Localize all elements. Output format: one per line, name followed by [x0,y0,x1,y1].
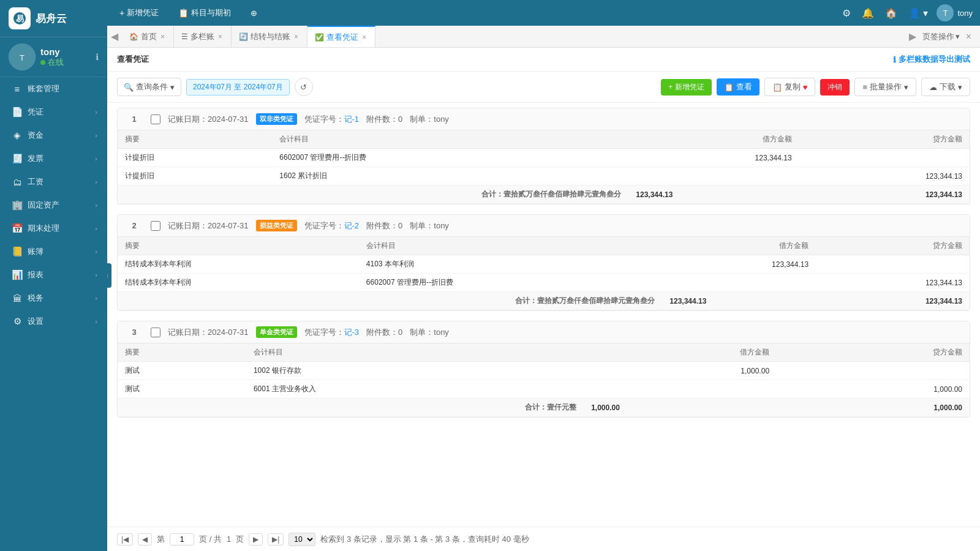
tabs-next-button[interactable]: ▶ [905,31,920,42]
user-info: tony 在线 [40,47,91,68]
home-icon[interactable]: 🏠 [883,5,900,21]
app-name: 易舟云 [36,12,67,26]
date-range-badge[interactable]: 2024年07月 至 2024年07月 [186,79,290,96]
batch-ops-button[interactable]: ≡ 批量操作 ▾ [854,78,916,96]
prev-page-button[interactable]: ◀ [138,533,152,545]
tabs-bar: ◀ 🏠 首页 × ☰ 多栏账 × 🔄 结转与结账 × ✅ [107,26,980,48]
chevron-right-icon: › [95,132,97,139]
tab-carry-over[interactable]: 🔄 结转与结账 × [232,26,307,47]
subject-header: 会计科目 [246,343,584,362]
voucher-attachment: 附件数：0 [366,114,402,125]
last-page-button[interactable]: ▶| [268,533,284,545]
settings-icon[interactable]: ⚙ [840,5,853,21]
total-label: 合计：壹拾贰万叁仟叁佰肆拾肆元壹角叁分 [118,292,662,310]
sidebar-item-label: 期末处理 [28,223,59,234]
first-page-button[interactable]: |◀ [117,533,133,545]
page-actions-button[interactable]: 页签操作 ▾ [922,31,960,42]
void-button[interactable]: 冲销 [820,79,850,96]
chevron-right-icon: › [95,294,97,302]
tab-home[interactable]: 🏠 首页 × [122,26,174,47]
svg-text:易: 易 [16,14,24,23]
sidebar-item-label: 税务 [28,293,43,304]
tab-multi-cols[interactable]: ☰ 多栏账 × [174,26,232,47]
tab-home-close[interactable]: × [159,33,166,40]
voucher-id-link[interactable]: 记-1 [344,114,360,124]
svg-text:T: T [20,53,24,62]
total-row: 合计：壹拾贰万叁仟叁佰肆拾肆元壹角叁分 123,344.13 123,344.1… [118,186,970,204]
sidebar-item-salary[interactable]: 🗂 工资 › [0,170,107,193]
total-debit: 123,344.13 [628,186,799,204]
settings-icon: ⚙ [12,316,23,327]
tabs-list: 🏠 首页 × ☰ 多栏账 × 🔄 结转与结账 × ✅ 查看凭证 × [122,26,900,47]
total-credit: 123,344.13 [816,292,970,310]
voucher-id-link[interactable]: 记-2 [344,221,360,230]
tabs-prev-button[interactable]: ◀ [107,26,122,47]
voucher-creator: 制单：tony [410,114,449,125]
carry-over-icon: 🔄 [239,32,248,41]
view-button[interactable]: 📋 查看 [717,78,760,96]
sidebar-item-account-mgmt[interactable]: ≡ 账套管理 [0,77,107,100]
copy-icon: 📋 [772,83,782,92]
credit-cell [816,255,970,274]
sidebar-item-fixed-assets[interactable]: 🏢 固定资产 › [0,193,107,217]
refresh-button[interactable]: ↺ [295,78,313,96]
tab-view-voucher[interactable]: ✅ 查看凭证 × [307,26,375,47]
voucher-number: 2 [125,221,143,230]
add-tab-button[interactable]: ⊕ [246,6,262,20]
tab-view-close[interactable]: × [361,34,368,41]
filter-button[interactable]: 🔍 查询条件 ▾ [117,78,181,96]
topbar-avatar: T [937,4,954,21]
sidebar-item-invoice[interactable]: 🧾 发票 › [0,147,107,170]
chevron-right-icon: › [95,271,97,279]
subjects-period-button[interactable]: 📋 科目与期初 [173,5,236,21]
list-icon: ≡ [862,83,867,92]
tab-multi-close[interactable]: × [217,33,224,40]
subject-cell: 4103 本年利润 [359,255,662,274]
voucher-icon: 📄 [12,107,23,118]
download-button[interactable]: ☁ 下载 ▾ [921,78,970,96]
voucher-checkbox[interactable] [151,221,160,231]
copy-button[interactable]: 📋 复制 ♥ [764,78,816,96]
sidebar-item-ledger[interactable]: 📒 账簿 › [0,240,107,263]
sidebar-item-label: 设置 [28,316,43,327]
tab-carry-close[interactable]: × [293,33,300,40]
voucher-code-label: 凭证字号：记-2 [304,220,360,231]
page-title: 查看凭证 [117,54,149,65]
subject-cell: 1602 累计折旧 [272,167,628,186]
sidebar-username: tony [40,47,91,57]
sidebar-item-capital[interactable]: ◈ 资金 › [0,124,107,147]
sidebar-item-report[interactable]: 📊 报表 › [0,263,107,287]
voucher-card: 1 记账日期：2024-07-31 双非类凭证 凭证字号：记-1 附件数：0 制… [117,108,970,204]
page-number-input[interactable] [170,533,194,545]
voucher-checkbox[interactable] [151,114,160,124]
page-header-right[interactable]: ℹ 多栏账数据导出测试 [893,54,970,65]
sidebar-item-settings[interactable]: ⚙ 设置 › [0,310,107,333]
topbar-user[interactable]: T tony [937,4,973,21]
bell-icon[interactable]: 🔔 [859,5,876,21]
new-voucher-topbar-button[interactable]: + 新增凭证 [115,5,164,21]
total-credit: 1,000.00 [777,399,970,417]
new-voucher-button[interactable]: + 新增凭证 [661,79,711,96]
voucher-code-label: 凭证字号：记-1 [304,114,360,125]
topbar: + 新增凭证 📋 科目与期初 ⊕ ⚙ 🔔 🏠 👤 ▾ T tony [107,0,980,26]
table-header-row: 摘要 会计科目 借方金额 贷方金额 [118,237,970,255]
close-all-tabs-button[interactable]: × [962,31,975,42]
info-icon[interactable]: ℹ [96,52,99,62]
sidebar-item-tax[interactable]: 🏛 税务 › [0,287,107,310]
heart-icon: ♥ [803,83,808,92]
summary-header: 摘要 [118,237,359,255]
sidebar-item-label: 凭证 [28,107,43,118]
home-tab-icon: 🏠 [129,32,138,41]
voucher-id-link[interactable]: 记-3 [344,328,360,337]
total-row: 合计：壹仟元整 1,000.00 1,000.00 [118,399,970,417]
sidebar-collapse-button[interactable]: ‹ [107,263,111,288]
sidebar-item-voucher[interactable]: 📄 凭证 › [0,100,107,124]
user-icon[interactable]: 👤 ▾ [906,5,930,21]
next-page-button[interactable]: ▶ [249,533,263,545]
page-size-select[interactable]: 10 20 50 [288,533,315,546]
chevron-right-icon: › [95,201,97,209]
sidebar-item-period-end[interactable]: 📅 期末处理 › [0,217,107,240]
total-pages: 1 [227,534,231,544]
voucher-checkbox[interactable] [151,328,160,337]
period-end-icon: 📅 [12,223,23,234]
